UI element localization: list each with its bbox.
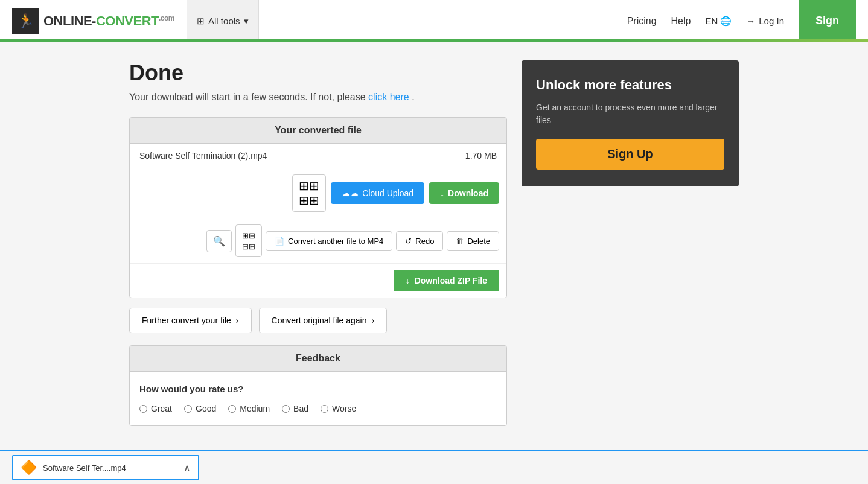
rating-good-label: Good	[196, 404, 216, 413]
rating-bad-radio[interactable]	[282, 405, 290, 413]
lang-label: EN	[705, 16, 718, 26]
cloud-upload-label: Cloud Upload	[362, 188, 413, 198]
signup-button[interactable]: Sign	[799, 0, 856, 42]
file-size: 1.70 MB	[465, 151, 497, 161]
download-label: Download	[448, 188, 488, 198]
language-button[interactable]: EN	[705, 16, 732, 27]
redo-label: Redo	[415, 237, 434, 246]
unlock-title: Unlock more features	[536, 77, 724, 93]
convert-original-label: Convert original file again	[272, 316, 367, 325]
rating-great-label: Great	[151, 404, 172, 413]
rating-medium-radio[interactable]	[228, 405, 236, 413]
signup-large-button[interactable]: Sign Up	[536, 139, 724, 170]
rating-medium[interactable]: Medium	[228, 404, 270, 413]
convert-another-button[interactable]: Convert another file to MP4	[266, 231, 392, 251]
converted-file-box: Your converted file Software Self Termin…	[129, 117, 507, 298]
login-arrow-icon	[746, 16, 755, 26]
download-icon	[440, 188, 444, 198]
delete-label: Delete	[467, 237, 490, 246]
logo-link[interactable]: 🏃 ONLINE-CONVERT.com	[12, 8, 174, 34]
rating-medium-label: Medium	[240, 404, 270, 413]
nav-right: Pricing Help EN Log In Sign	[627, 0, 856, 42]
unlock-description: Get an account to process even more and …	[536, 101, 724, 127]
grid-icon	[197, 16, 205, 27]
further-convert-chevron-icon	[236, 316, 239, 325]
chevron-down-icon	[244, 16, 249, 27]
logo-text: ONLINE-CONVERT.com	[43, 13, 174, 29]
unlock-box: Unlock more features Get an account to p…	[522, 60, 739, 186]
main-content: Done Your download will start in a few s…	[117, 42, 751, 450]
rating-worse-radio[interactable]	[321, 405, 328, 413]
feedback-body: How would you rate us? Great Good Medium	[130, 372, 506, 425]
further-buttons: Further convert your file Convert origin…	[129, 308, 507, 333]
all-tools-button[interactable]: All tools	[187, 0, 259, 42]
convert-another-label: Convert another file to MP4	[288, 237, 383, 246]
subtitle-end: .	[412, 92, 414, 102]
rating-worse-label: Worse	[332, 404, 356, 413]
click-here-link[interactable]: click here	[368, 92, 409, 102]
feedback-header: Feedback	[130, 346, 506, 372]
header: 🏃 ONLINE-CONVERT.com All tools Pricing H…	[0, 0, 868, 42]
tools-row: ⊞⊟⊟⊞ Convert another file to MP4 Redo De…	[130, 218, 506, 264]
left-panel: Done Your download will start in a few s…	[129, 60, 507, 426]
feedback-question: How would you rate us?	[139, 384, 497, 394]
search-icon	[213, 236, 225, 246]
qr-small-icon: ⊞⊟⊟⊞	[242, 231, 255, 251]
rating-good[interactable]: Good	[184, 404, 216, 413]
download-zip-button[interactable]: Download ZIP File	[394, 270, 499, 291]
file-info-row: Software Self Termination (2).mp4 1.70 M…	[130, 144, 506, 168]
cloud-upload-button[interactable]: ☁ Cloud Upload	[331, 182, 424, 204]
further-convert-label: Further convert your file	[142, 316, 231, 325]
trash-icon	[456, 237, 464, 246]
rating-great-radio[interactable]	[139, 405, 147, 413]
zip-download-icon	[406, 276, 410, 285]
qr-code-button[interactable]: ⊞⊞⊞⊞	[292, 174, 326, 212]
qr-icon: ⊞⊞⊞⊞	[299, 179, 319, 207]
file-name: Software Self Termination (2).mp4	[139, 151, 267, 161]
convert-original-button[interactable]: Convert original file again	[259, 308, 388, 333]
pricing-link[interactable]: Pricing	[627, 16, 657, 27]
qr-small-button[interactable]: ⊞⊟⊟⊞	[235, 224, 262, 257]
rating-worse[interactable]: Worse	[321, 404, 356, 413]
rating-bad-label: Bad	[293, 404, 308, 413]
redo-icon	[405, 237, 412, 246]
further-convert-button[interactable]: Further convert your file	[129, 308, 252, 333]
rating-great[interactable]: Great	[139, 404, 172, 413]
subtitle-text: Your download will start in a few second…	[129, 92, 366, 102]
feedback-box: Feedback How would you rate us? Great Go…	[129, 345, 507, 426]
logo-figure: 🏃	[18, 13, 34, 29]
page-title: Done	[129, 60, 507, 86]
download-zip-label: Download ZIP File	[415, 276, 487, 285]
file-icon	[275, 237, 284, 246]
action-row: ⊞⊞⊞⊞ ☁ Cloud Upload Download	[130, 168, 506, 218]
help-link[interactable]: Help	[671, 16, 691, 27]
redo-button[interactable]: Redo	[396, 231, 443, 251]
delete-button[interactable]: Delete	[447, 231, 499, 251]
rating-bad[interactable]: Bad	[282, 404, 308, 413]
login-button[interactable]: Log In	[746, 16, 784, 26]
search-button[interactable]	[206, 230, 232, 252]
rating-options: Great Good Medium Bad	[139, 404, 497, 413]
login-label: Log In	[759, 16, 784, 26]
zip-row: Download ZIP File	[130, 264, 506, 298]
rating-good-radio[interactable]	[184, 405, 192, 413]
header-progress-bar	[0, 39, 868, 42]
convert-original-chevron-icon	[372, 316, 375, 325]
converted-file-header: Your converted file	[130, 118, 506, 144]
right-panel: Unlock more features Get an account to p…	[522, 60, 739, 426]
cloud-upload-icon: ☁	[342, 188, 359, 198]
logo-icon: 🏃	[12, 8, 39, 34]
download-button[interactable]: Download	[429, 182, 499, 204]
all-tools-label: All tools	[208, 16, 240, 26]
subtitle: Your download will start in a few second…	[129, 92, 507, 103]
globe-icon	[720, 16, 732, 27]
